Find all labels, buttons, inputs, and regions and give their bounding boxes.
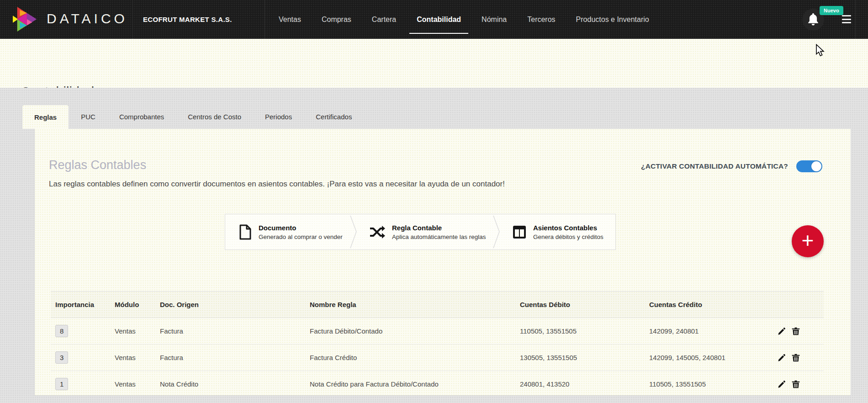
dataico-logo-icon[interactable] (13, 6, 39, 32)
col-nombre-regla: Nombre Regla (305, 301, 515, 308)
table-columns-icon (513, 225, 526, 239)
flow-card-title: Asientos Contables (533, 224, 603, 232)
navbar-separator (855, 0, 856, 39)
cell-doc-origen: Factura (155, 327, 305, 335)
trash-icon (791, 380, 800, 389)
cell-modulo: Ventas (110, 354, 155, 361)
importance-badge: 8 (55, 325, 68, 337)
company-segment[interactable]: ECOFRUT MARKET S.A.S. (132, 0, 265, 39)
cell-cuentas-credito: 110505, 13551505 (645, 380, 763, 388)
cell-cuentas-credito: 142099, 240801 (645, 327, 763, 335)
cell-nombre-regla: Nota Crédito para Factura Débito/Contado (305, 380, 515, 388)
tab-puc[interactable]: PUC (69, 105, 107, 129)
delete-rule-button[interactable] (791, 353, 800, 362)
tab-certificados[interactable]: Certificados (304, 105, 364, 129)
cell-cuentas-debito: 110505, 13551505 (515, 327, 645, 335)
cell-doc-origen: Factura (155, 354, 305, 361)
toggle-knob (811, 161, 821, 171)
rules-table: Importancia Módulo Doc. Origen Nombre Re… (51, 291, 824, 396)
edit-rule-button[interactable] (777, 353, 786, 362)
col-cuentas-debito: Cuentas Débito (515, 301, 645, 308)
document-icon (239, 224, 252, 240)
flow-card-subtitle: Aplica automáticamente las reglas (392, 233, 486, 240)
nav-item-compras[interactable]: Compras (322, 16, 351, 24)
flow-explainer: Documento Generado al comprar o vender R… (225, 214, 616, 250)
cell-cuentas-debito: 240801, 413520 (515, 380, 645, 388)
cell-nombre-regla: Factura Débito/Contado (305, 327, 515, 335)
add-rule-button[interactable]: + (792, 225, 824, 257)
nav-item-nomina[interactable]: Nómina (482, 16, 507, 24)
hamburger-menu-icon[interactable] (842, 15, 851, 24)
bell-icon (806, 12, 820, 27)
nav-item-contabilidad[interactable]: Contabilidad (417, 16, 461, 24)
table-header-row: Importancia Módulo Doc. Origen Nombre Re… (51, 292, 824, 318)
main-nav: Ventas Compras Cartera Contabilidad Nómi… (279, 0, 649, 39)
cell-nombre-regla: Factura Crédito (305, 354, 515, 361)
flow-card-subtitle: Generado al comprar o vender (259, 233, 343, 240)
nav-item-cartera[interactable]: Cartera (372, 16, 396, 24)
pencil-icon (777, 380, 786, 389)
cell-doc-origen: Nota Crédito (155, 380, 305, 388)
col-doc-origen: Doc. Origen (155, 301, 305, 308)
cell-modulo: Ventas (110, 380, 155, 388)
auto-accounting-toggle[interactable] (796, 160, 822, 172)
cell-cuentas-credito: 142099, 145005, 240801 (645, 354, 763, 361)
tab-reglas[interactable]: Reglas (22, 105, 69, 129)
tab-periodos[interactable]: Periodos (253, 105, 304, 129)
auto-accounting-toggle-label: ¿ACTIVAR CONTABILIDAD AUTOMÁTICA? (641, 162, 788, 170)
nav-item-ventas[interactable]: Ventas (279, 16, 301, 24)
trash-icon (791, 327, 800, 336)
importance-badge: 3 (55, 351, 68, 364)
flow-card-title: Regla Contable (392, 224, 486, 232)
flow-card-asientos-contables: Asientos Contables Genera débitos y créd… (499, 214, 616, 249)
plus-icon: + (802, 230, 814, 251)
edit-rule-button[interactable] (777, 380, 786, 389)
trash-icon (791, 353, 800, 362)
section-description: Las reglas contables definen como conver… (49, 180, 505, 189)
nuevo-badge: Nuevo (820, 6, 843, 15)
app-root: DATAICO ECOFRUT MARKET S.A.S. Ventas Com… (0, 0, 868, 403)
shuffle-icon (370, 225, 385, 239)
flow-card-title: Documento (259, 224, 343, 232)
tab-comprobantes[interactable]: Comprobantes (107, 105, 176, 129)
col-importancia: Importancia (51, 301, 110, 308)
pencil-icon (777, 327, 786, 336)
edit-rule-button[interactable] (777, 327, 786, 336)
flow-card-subtitle: Genera débitos y créditos (533, 233, 603, 240)
company-name: ECOFRUT MARKET S.A.S. (143, 16, 232, 23)
nav-item-productos-inventario[interactable]: Productos e Inventario (576, 16, 649, 24)
section-heading: Reglas Contables (49, 158, 146, 172)
cell-modulo: Ventas (110, 327, 155, 335)
nav-item-terceros[interactable]: Terceros (527, 16, 555, 24)
col-modulo: Módulo (110, 301, 155, 308)
pencil-icon (777, 353, 786, 362)
mouse-cursor (815, 44, 826, 58)
flow-card-regla-contable: Regla Contable Aplica automáticamente la… (356, 214, 495, 249)
flow-card-documento: Documento Generado al comprar o vender (225, 214, 356, 249)
cell-cuentas-debito: 130505, 13551505 (515, 354, 645, 361)
reglas-panel: Reglas Contables Las reglas contables de… (34, 128, 851, 396)
table-row: 1 Ventas Nota Crédito Nota Crédito para … (51, 371, 824, 396)
delete-rule-button[interactable] (791, 327, 800, 336)
config-tabs: Reglas PUC Comprobantes Centros de Costo… (22, 105, 364, 129)
delete-rule-button[interactable] (791, 380, 800, 389)
col-cuentas-credito: Cuentas Crédito (645, 301, 763, 308)
table-row: 3 Ventas Factura Factura Crédito 130505,… (51, 345, 824, 371)
module-subheader: Contabilidad BASE ASIENTOS REPORTES EXOG… (0, 39, 868, 88)
brand-wordmark[interactable]: DATAICO (47, 11, 128, 27)
table-row: 8 Ventas Factura Factura Débito/Contado … (51, 318, 824, 345)
tab-centros-de-costo[interactable]: Centros de Costo (176, 105, 253, 129)
top-navbar: DATAICO ECOFRUT MARKET S.A.S. Ventas Com… (0, 0, 868, 39)
importance-badge: 1 (55, 378, 68, 390)
